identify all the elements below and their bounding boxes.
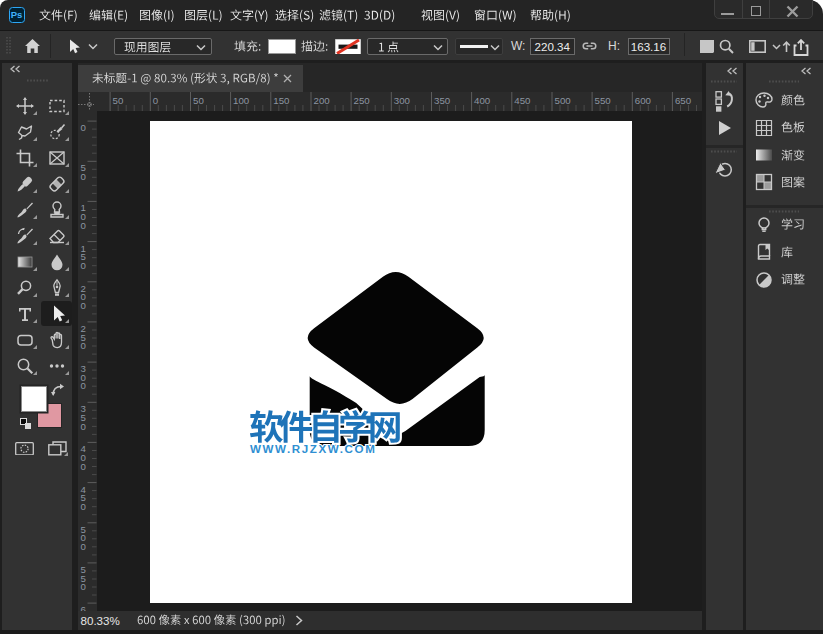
svg-text:WWW.RJZXW.COM: WWW.RJZXW.COM [250, 442, 376, 455]
svg-text:0: 0 [80, 541, 86, 552]
svg-text:0: 0 [80, 300, 86, 311]
svg-text:0: 0 [152, 95, 158, 106]
svg-text:200: 200 [313, 95, 330, 106]
svg-text:0: 0 [80, 501, 86, 512]
svg-text:50: 50 [193, 95, 204, 106]
svg-text:150: 150 [273, 95, 290, 106]
svg-text:400: 400 [474, 95, 491, 106]
svg-text:0: 0 [80, 260, 86, 271]
svg-text:550: 550 [594, 95, 611, 106]
svg-text:0: 0 [80, 380, 86, 391]
svg-text:100: 100 [233, 95, 250, 106]
svg-text:0: 0 [80, 220, 86, 231]
svg-text:350: 350 [434, 95, 451, 106]
svg-text:0: 0 [80, 421, 86, 432]
svg-text:0: 0 [80, 171, 86, 182]
svg-text:250: 250 [353, 95, 370, 106]
svg-text:450: 450 [514, 95, 531, 106]
svg-text:6: 6 [80, 604, 85, 611]
svg-text:50: 50 [112, 95, 123, 106]
svg-text:0: 0 [80, 122, 86, 133]
svg-text:0: 0 [80, 340, 86, 351]
svg-text:600: 600 [634, 95, 651, 106]
svg-text:300: 300 [393, 95, 410, 106]
svg-text:0: 0 [80, 461, 86, 472]
svg-text:650: 650 [674, 95, 691, 106]
svg-text:0: 0 [80, 581, 86, 592]
svg-text:500: 500 [554, 95, 571, 106]
